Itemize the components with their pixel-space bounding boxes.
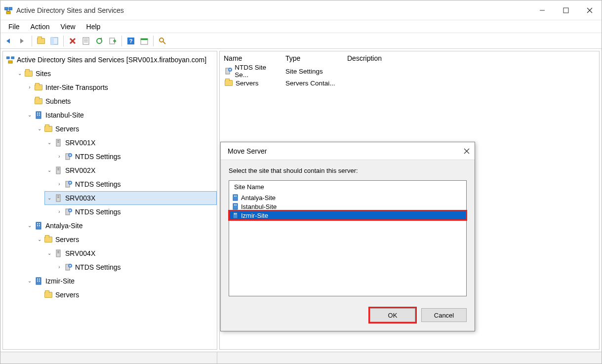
tree-servers-label: Servers: [54, 123, 80, 135]
tree-ntds-srv001x[interactable]: › NTDS Settings: [54, 150, 217, 163]
tree-site-antalya-label: Antalya-Site: [44, 220, 84, 232]
collapse-icon[interactable]: ⌄: [26, 112, 33, 119]
menu-file[interactable]: File: [3, 21, 25, 32]
collapse-icon[interactable]: ⌄: [46, 167, 53, 174]
tree-server-srv003x[interactable]: ⌄ SRV003X: [44, 191, 217, 205]
ntds-icon: [64, 263, 73, 271]
list-row-ntds[interactable]: NTDS Site Se... Site Settings: [220, 65, 599, 77]
collapse-icon[interactable]: ⌄: [46, 195, 53, 202]
back-button[interactable]: [3, 35, 15, 47]
svg-rect-74: [234, 213, 235, 214]
adss-icon: [6, 56, 14, 64]
site-item-istanbul[interactable]: Istanbul-Site: [229, 202, 466, 211]
tree-site-antalya[interactable]: ⌄ Antalya-Site: [25, 219, 217, 233]
show-hide-tree-button[interactable]: [48, 35, 60, 47]
expand-icon[interactable]: ›: [56, 208, 63, 215]
collapse-icon[interactable]: ⌄: [46, 139, 53, 146]
expand-icon[interactable]: ›: [56, 181, 63, 188]
minimize-button[interactable]: [530, 0, 554, 20]
svg-rect-35: [57, 142, 59, 143]
menu-view[interactable]: View: [55, 21, 80, 32]
tree-servers-istanbul[interactable]: ⌄ Servers: [35, 122, 217, 136]
collapse-icon[interactable]: ⌄: [36, 236, 43, 243]
up-folder-button[interactable]: [35, 35, 47, 47]
svg-rect-28: [36, 112, 41, 119]
tree-ntds-srv004x[interactable]: › NTDS Settings: [54, 260, 217, 274]
folder-icon: [44, 237, 53, 243]
col-description[interactable]: Description: [343, 52, 599, 65]
svg-point-17: [97, 39, 102, 43]
svg-rect-39: [57, 168, 59, 169]
tree-server-label: SRV002X: [64, 164, 97, 176]
svg-rect-22: [141, 39, 148, 40]
properties-button[interactable]: [80, 35, 92, 47]
export-button[interactable]: [107, 35, 119, 47]
collapse-icon[interactable]: ⌄: [36, 125, 43, 132]
delete-button[interactable]: [67, 35, 79, 47]
forward-button[interactable]: [17, 35, 29, 47]
help-button[interactable]: ?: [125, 35, 137, 47]
server-icon: [54, 166, 63, 174]
svg-rect-45: [57, 197, 59, 198]
expand-icon[interactable]: ›: [56, 264, 63, 271]
svg-rect-69: [236, 196, 237, 197]
ntds-icon: [64, 180, 73, 188]
svg-line-24: [163, 41, 165, 44]
schedule-button[interactable]: [138, 35, 150, 47]
svg-rect-32: [39, 115, 40, 116]
tree-server-srv001x[interactable]: ⌄ SRV001X: [44, 136, 217, 150]
collapse-icon[interactable]: ⌄: [46, 250, 53, 257]
maximize-button[interactable]: [554, 0, 578, 20]
cancel-button[interactable]: Cancel: [421, 308, 467, 322]
expand-icon[interactable]: ›: [56, 153, 63, 160]
tree-servers-antalya[interactable]: ⌄ Servers: [35, 233, 217, 246]
window-title: Active Directory Sites and Services: [16, 6, 124, 14]
site-item-izmir[interactable]: Izmir-Site: [229, 211, 466, 220]
tree-server-srv004x[interactable]: ⌄ SRV004X: [44, 246, 217, 260]
ntds-icon: [64, 153, 73, 161]
list-row-servers[interactable]: Servers Servers Contai...: [220, 77, 599, 89]
titlebar: Active Directory Sites and Services: [0, 0, 602, 20]
find-button[interactable]: [157, 35, 168, 47]
site-list[interactable]: Site Name Antalya-Site Istanbul-Site Izm…: [229, 180, 467, 296]
tree-site-izmir-label: Izmir-Site: [44, 275, 76, 287]
site-icon: [34, 277, 43, 285]
site-item-antalya[interactable]: Antalya-Site: [229, 193, 466, 202]
collapse-icon[interactable]: ⌄: [16, 70, 23, 77]
menu-help[interactable]: Help: [81, 21, 106, 32]
tree-root[interactable]: Active Directory Sites and Services [SRV…: [5, 53, 217, 67]
tree-ntds-label: NTDS Settings: [74, 178, 122, 190]
tree-sites[interactable]: ⌄ Sites: [15, 67, 217, 81]
tree-panel[interactable]: Active Directory Sites and Services [SRV…: [2, 51, 217, 350]
collapse-icon[interactable]: ⌄: [26, 278, 33, 284]
col-type[interactable]: Type: [281, 52, 343, 65]
expand-icon[interactable]: ›: [26, 84, 33, 91]
ok-button[interactable]: OK: [370, 308, 415, 322]
list-cell-type: Servers Contai...: [281, 77, 343, 89]
tree-subnets-label: Subnets: [44, 95, 72, 107]
tree-subnets[interactable]: Subnets: [25, 94, 217, 108]
server-icon: [54, 249, 63, 257]
refresh-button[interactable]: [93, 35, 105, 47]
tree-server-srv002x[interactable]: ⌄ SRV002X: [44, 163, 217, 177]
tree-ntds-srv002x[interactable]: › NTDS Settings: [54, 177, 217, 191]
close-button[interactable]: [578, 0, 602, 20]
tree-server-label: SRV003X: [64, 192, 97, 204]
ntds-icon: [224, 67, 233, 75]
site-item-label: Antalya-Site: [241, 194, 276, 202]
svg-rect-58: [36, 278, 41, 284]
svg-rect-6: [563, 8, 568, 13]
tree-servers-izmir[interactable]: Servers: [35, 288, 217, 302]
tree-site-izmir[interactable]: ⌄ Izmir-Site: [25, 274, 217, 288]
app-icon: [4, 6, 12, 14]
collapse-icon[interactable]: ⌄: [26, 222, 33, 229]
list-cell-name: Servers: [236, 80, 259, 87]
ntds-icon: [64, 208, 73, 216]
list-cell-type: Site Settings: [281, 65, 343, 78]
menu-action[interactable]: Action: [26, 21, 55, 32]
tree-inter-site-transports[interactable]: › Inter-Site Transports: [25, 81, 217, 94]
dialog-close-button[interactable]: [464, 148, 470, 154]
tree-ntds-srv003x[interactable]: › NTDS Settings: [54, 205, 217, 219]
tree-site-istanbul[interactable]: ⌄ Istanbul-Site: [25, 108, 217, 122]
move-server-dialog: Move Server Select the site that should …: [220, 142, 475, 331]
